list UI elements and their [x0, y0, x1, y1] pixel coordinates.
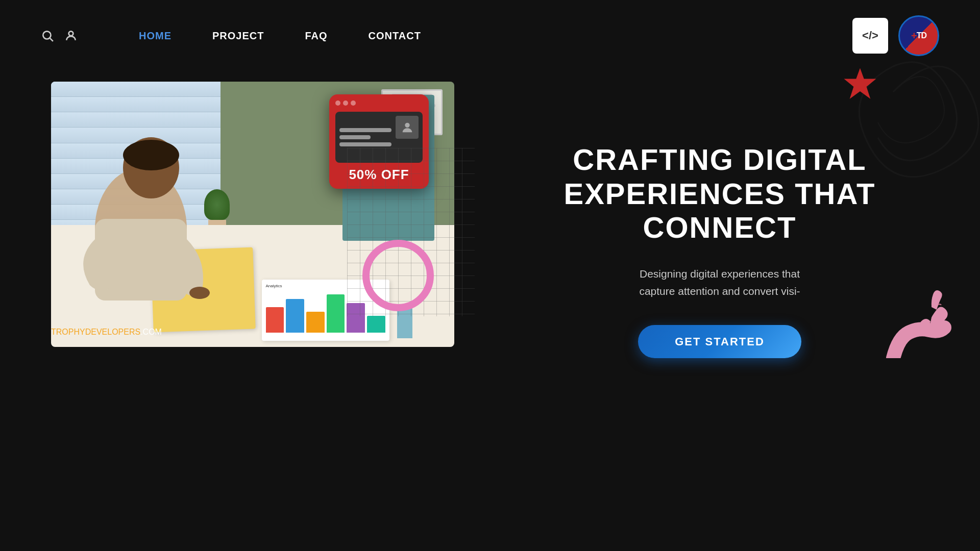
- person-illustration: [59, 127, 243, 300]
- header-right: </> +TD: [852, 15, 939, 56]
- brand-name-yellow: TROPHYDEVELOPERS: [51, 328, 140, 336]
- user-button[interactable]: [64, 29, 78, 42]
- svg-marker-10: [844, 68, 876, 99]
- nav-item-faq[interactable]: FAQ: [305, 30, 327, 42]
- nav-item-project[interactable]: PROJECT: [212, 30, 264, 42]
- hero-title-line2: EXPERIENCES THAT: [564, 177, 875, 210]
- pink-circle-decoration: [362, 240, 434, 311]
- code-badge[interactable]: </>: [852, 18, 888, 54]
- left-section: Analytics: [0, 71, 470, 347]
- svg-point-2: [69, 31, 74, 36]
- search-icon: [41, 29, 54, 42]
- user-icon: [64, 29, 78, 42]
- get-started-button[interactable]: GET STARTED: [638, 325, 801, 358]
- main-nav: HOME PROJECT FAQ CONTACT: [139, 30, 852, 42]
- nav-item-contact[interactable]: CONTACT: [369, 30, 421, 42]
- grid-decoration: [347, 148, 475, 316]
- brand-footer: TROPHYDEVELOPERS.COM: [51, 328, 162, 337]
- svg-point-0: [43, 31, 51, 39]
- hero-title-line3: CONNECT: [643, 211, 797, 244]
- star-decoration: [842, 66, 878, 102]
- svg-line-1: [50, 38, 53, 41]
- svg-point-7: [189, 287, 210, 299]
- hero-title: CRAFTING DIGITAL EXPERIENCES THAT CONNEC…: [500, 143, 939, 245]
- search-button[interactable]: [41, 29, 54, 42]
- avatar-icon: [400, 120, 414, 135]
- td-logo[interactable]: +TD: [898, 15, 939, 56]
- hand-icon: [883, 287, 954, 358]
- td-logo-text: +TD: [911, 30, 926, 42]
- nav-item-home[interactable]: HOME: [139, 30, 172, 42]
- right-section: CRAFTING DIGITAL EXPERIENCES THAT CONNEC…: [470, 71, 980, 379]
- svg-point-8: [405, 122, 409, 127]
- main-content: Analytics: [0, 71, 980, 551]
- hand-decoration: [883, 287, 954, 358]
- hero-subtitle: Designing digital experiences that captu…: [500, 265, 939, 299]
- card-dots: [335, 101, 423, 106]
- header: HOME PROJECT FAQ CONTACT </> +TD: [0, 0, 980, 71]
- svg-point-5: [123, 140, 179, 170]
- code-badge-label: </>: [862, 29, 878, 42]
- card-avatar: [396, 116, 419, 139]
- header-action-icons: [41, 29, 78, 42]
- star-icon: [842, 66, 878, 102]
- hero-title-line1: CRAFTING DIGITAL: [573, 143, 866, 176]
- brand-domain: .COM: [140, 328, 162, 336]
